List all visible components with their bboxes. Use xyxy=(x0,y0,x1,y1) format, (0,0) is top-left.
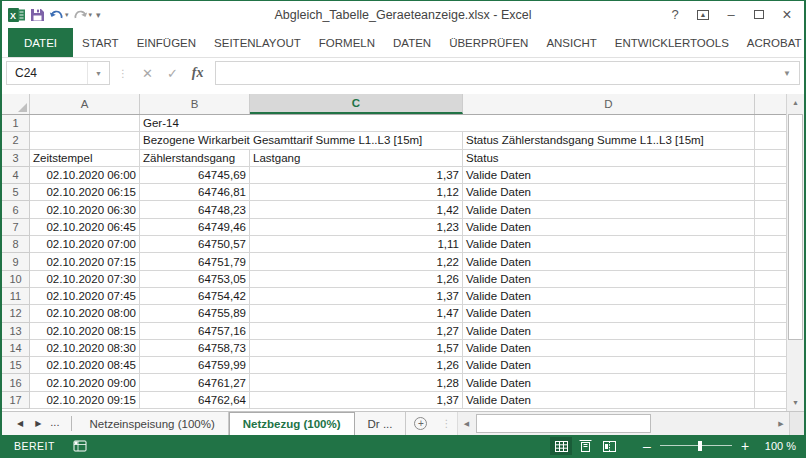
cell-a17[interactable]: 02.10.2020 09:15 xyxy=(30,392,140,409)
tab-acrobat[interactable]: ACROBAT xyxy=(738,28,806,57)
cell-filler-14[interactable] xyxy=(755,340,786,357)
cell-a14[interactable]: 02.10.2020 08:30 xyxy=(30,340,140,357)
cell-filler-4[interactable] xyxy=(755,167,786,184)
row-header-15[interactable]: 15 xyxy=(2,357,30,374)
sheet-tab-netzeinspeisung-100[interactable]: Netzeinspeisung (100%) xyxy=(76,412,228,435)
tab-entwicklertools[interactable]: ENTWICKLERTOOLS xyxy=(606,28,738,57)
cell-filler-2[interactable] xyxy=(755,132,786,149)
cell-b16[interactable]: 64761,27 xyxy=(140,374,250,391)
sheet-tab-netzbezug-100[interactable]: Netzbezug (100%) xyxy=(229,412,355,435)
row-header-1[interactable]: 1 xyxy=(2,115,30,132)
zoom-slider[interactable] xyxy=(660,439,732,453)
cell-c14[interactable]: 1,57 xyxy=(250,340,463,357)
cell-d14[interactable]: Valide Daten xyxy=(463,340,755,357)
row-header-11[interactable]: 11 xyxy=(2,288,30,305)
new-sheet-button[interactable]: + xyxy=(406,412,435,435)
close-button[interactable]: × xyxy=(774,4,800,26)
tab-überprüfen[interactable]: ÜBERPRÜFEN xyxy=(440,28,537,57)
cell-a11[interactable]: 02.10.2020 07:45 xyxy=(30,288,140,305)
scroll-left-arrow[interactable]: ◀ xyxy=(458,412,474,435)
tab-einfügen[interactable]: EINFÜGEN xyxy=(128,28,205,57)
cell-d10[interactable]: Valide Daten xyxy=(463,271,755,288)
name-box[interactable]: C24 ▼ xyxy=(6,61,110,85)
formula-input[interactable]: ▼ xyxy=(215,61,800,85)
cell-filler-1[interactable] xyxy=(755,115,786,132)
cell-d16[interactable]: Valide Daten xyxy=(463,374,755,391)
tab-datei[interactable]: DATEI xyxy=(8,28,73,57)
cell-filler-13[interactable] xyxy=(755,323,786,340)
cell-filler-7[interactable] xyxy=(755,219,786,236)
expand-formula-bar-caret[interactable]: ▼ xyxy=(775,69,799,78)
zoom-in-button[interactable]: + xyxy=(738,438,752,454)
cell-a16[interactable]: 02.10.2020 09:00 xyxy=(30,374,140,391)
select-all-button[interactable] xyxy=(2,94,30,114)
cell-d6[interactable]: Valide Daten xyxy=(463,201,755,218)
cell-b10[interactable]: 64753,05 xyxy=(140,271,250,288)
cell-b9[interactable]: 64751,79 xyxy=(140,253,250,270)
name-box-dropdown-caret[interactable]: ▼ xyxy=(87,62,109,84)
scroll-right-arrow[interactable]: ▶ xyxy=(773,412,789,435)
cell-d17[interactable]: Valide Daten xyxy=(463,392,755,409)
cell-filler-3[interactable] xyxy=(755,150,786,167)
redo-dropdown-caret[interactable]: ▾ xyxy=(89,11,93,19)
cell-c6[interactable]: 1,42 xyxy=(250,201,463,218)
cell-filler-6[interactable] xyxy=(755,201,786,218)
cell-a6[interactable]: 02.10.2020 06:30 xyxy=(30,201,140,218)
cell-b6[interactable]: 64748,23 xyxy=(140,201,250,218)
maximize-button[interactable] xyxy=(746,4,772,26)
ribbon-display-options-button[interactable]: ▲ xyxy=(690,4,716,26)
cell-c16[interactable]: 1,28 xyxy=(250,374,463,391)
cell-filler-9[interactable] xyxy=(755,253,786,270)
cell-a8[interactable]: 02.10.2020 07:00 xyxy=(30,236,140,253)
cell-b4[interactable]: 64745,69 xyxy=(140,167,250,184)
cell-a1[interactable] xyxy=(30,115,140,132)
cell-b7[interactable]: 64749,46 xyxy=(140,219,250,236)
cell-b14[interactable]: 64758,73 xyxy=(140,340,250,357)
cell-b3[interactable]: Zählerstandsgang xyxy=(140,150,250,167)
tab-seitenlayout[interactable]: SEITENLAYOUT xyxy=(205,28,310,57)
cell-c13[interactable]: 1,27 xyxy=(250,323,463,340)
cell-d12[interactable]: Valide Daten xyxy=(463,305,755,322)
cell-c15[interactable]: 1,26 xyxy=(250,357,463,374)
minimize-button[interactable]: – xyxy=(718,4,744,26)
cell-c17[interactable]: 1,37 xyxy=(250,392,463,409)
cell-a7[interactable]: 02.10.2020 06:45 xyxy=(30,219,140,236)
page-break-preview-button[interactable] xyxy=(598,437,620,455)
horizontal-scroll-thumb[interactable] xyxy=(476,414,651,433)
cancel-button[interactable]: ✕ xyxy=(142,66,153,81)
row-header-9[interactable]: 9 xyxy=(2,253,30,270)
redo-button[interactable]: ▾ xyxy=(73,8,93,21)
enter-button[interactable]: ✓ xyxy=(167,66,178,81)
cell-b17[interactable]: 64762,64 xyxy=(140,392,250,409)
cell-filler-10[interactable] xyxy=(755,271,786,288)
row-header-3[interactable]: 3 xyxy=(2,150,30,167)
cell-a5[interactable]: 02.10.2020 06:15 xyxy=(30,184,140,201)
column-header-d[interactable]: D xyxy=(463,94,755,114)
cell-a15[interactable]: 02.10.2020 08:45 xyxy=(30,357,140,374)
sheet-tab-dr[interactable]: Dr ... xyxy=(355,412,407,435)
cell-c5[interactable]: 1,12 xyxy=(250,184,463,201)
cell-d13[interactable]: Valide Daten xyxy=(463,323,755,340)
cell-c10[interactable]: 1,26 xyxy=(250,271,463,288)
vertical-scrollbar[interactable]: ▲ ▼ xyxy=(786,94,804,411)
cell-b2[interactable]: Bezogene Wirkarbeit Gesamttarif Summe L1… xyxy=(140,132,463,149)
cell-filler-17[interactable] xyxy=(755,392,786,409)
row-header-10[interactable]: 10 xyxy=(2,271,30,288)
cell-d8[interactable]: Valide Daten xyxy=(463,236,755,253)
row-header-12[interactable]: 12 xyxy=(2,305,30,322)
more-sheets-ellipsis[interactable]: ... xyxy=(48,416,63,432)
cell-d15[interactable]: Valide Daten xyxy=(463,357,755,374)
row-header-7[interactable]: 7 xyxy=(2,219,30,236)
tab-area-resize-grip[interactable]: ⋮ xyxy=(435,412,457,435)
row-header-8[interactable]: 8 xyxy=(2,236,30,253)
previous-sheet-arrow[interactable]: ◀ xyxy=(12,419,28,428)
cell-a13[interactable]: 02.10.2020 08:15 xyxy=(30,323,140,340)
cell-c11[interactable]: 1,37 xyxy=(250,288,463,305)
cell-a10[interactable]: 02.10.2020 07:30 xyxy=(30,271,140,288)
row-header-5[interactable]: 5 xyxy=(2,184,30,201)
zoom-level[interactable]: 100 % xyxy=(758,440,796,452)
customize-qat-button[interactable]: ▾ xyxy=(96,10,101,20)
row-header-16[interactable]: 16 xyxy=(2,374,30,391)
normal-view-button[interactable] xyxy=(550,437,572,455)
cell-b5[interactable]: 64746,81 xyxy=(140,184,250,201)
